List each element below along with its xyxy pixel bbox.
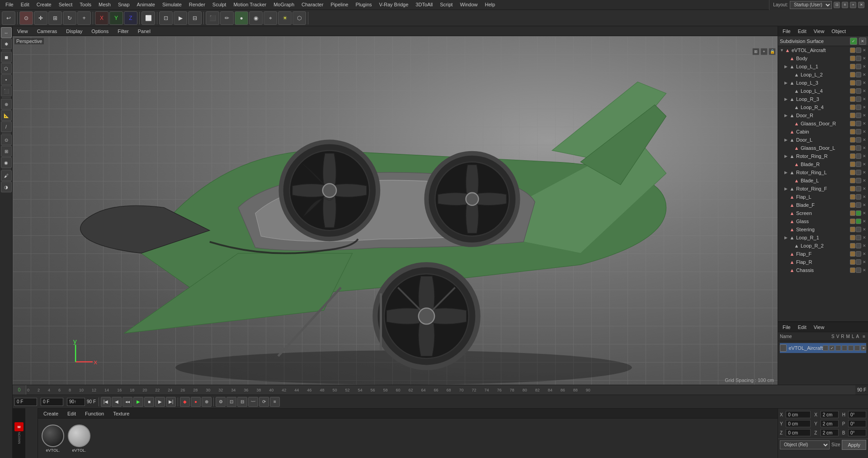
pen-tool-btn[interactable]: ✏	[220, 11, 234, 25]
frame-field-2[interactable]	[41, 398, 63, 406]
tool-snap[interactable]: ⊕	[1, 99, 12, 110]
material-swatch-1[interactable]: eVTOL.	[42, 425, 64, 453]
tree-item-loop-r2[interactable]: ▲ Loop_R_2 ✕	[778, 242, 868, 250]
viewport[interactable]: View Cameras Display Options Filter Pane…	[13, 26, 778, 385]
attr-z-pos[interactable]	[786, 429, 811, 436]
tree-item-blade-r[interactable]: ▲ Blade_R ✕	[778, 160, 868, 168]
attr-y-size[interactable]	[821, 420, 839, 427]
record-btn[interactable]: ●	[191, 397, 201, 407]
frame-rate-field[interactable]	[67, 398, 85, 406]
vp-menu-view[interactable]: View	[14, 28, 31, 35]
timeline[interactable]: 0 0 2 4 6 8 10 12 14 16 18 20 22 24 26 2…	[13, 385, 868, 395]
mat-icon3[interactable]	[835, 345, 841, 351]
vp-menu-options[interactable]: Options	[89, 28, 111, 35]
tree-item-cabin[interactable]: ▲ Cabin ✕	[778, 128, 868, 136]
cube-tool-btn[interactable]: ⬛	[206, 11, 219, 25]
script-btn[interactable]: ⬡	[292, 11, 306, 25]
menu-character[interactable]: Character	[298, 1, 327, 8]
go-start-btn[interactable]: |◀	[101, 397, 111, 407]
menu-window[interactable]: Window	[456, 1, 481, 8]
attr-p-val[interactable]	[848, 420, 866, 427]
menu-vray[interactable]: V-Ray Bridge	[376, 1, 412, 8]
material-swatch-2[interactable]: eVTOL.	[68, 425, 90, 453]
tree-item-loop-l4[interactable]: ▲ Loop_L_4 ✕	[778, 87, 868, 95]
render-region-btn[interactable]: ⊡	[159, 11, 173, 25]
attr-y-pos[interactable]	[786, 420, 811, 427]
menu-select[interactable]: Select	[55, 1, 76, 8]
tree-item-loop-r4[interactable]: ▲ Loop_R_4 ✕	[778, 103, 868, 111]
tab-function[interactable]: Function	[81, 410, 108, 417]
menu-script[interactable]: Script	[436, 1, 456, 8]
material-row-evtol[interactable]: eVTOL_Aircraft ✓ ✕	[780, 343, 866, 353]
tree-item-screen[interactable]: ▲ Screen ✕	[778, 209, 868, 217]
viewport-canvas[interactable]: x y Perspective Grid Spacing : 100 cm ⊞ …	[13, 36, 778, 385]
render-anim-btn[interactable]: ⊡	[226, 397, 236, 407]
rpb-edit-btn[interactable]: Edit	[795, 324, 809, 330]
x-axis-btn[interactable]: X	[95, 11, 108, 25]
tool-polygon[interactable]: ◼	[1, 52, 12, 62]
tree-item-blade-f[interactable]: ▲ Blade_F ✕	[778, 201, 868, 209]
mat-icon7[interactable]: ✕	[861, 345, 866, 351]
apply-button[interactable]: Apply	[842, 440, 866, 450]
tool-material[interactable]: ⊙	[1, 134, 12, 145]
mat-icon4[interactable]	[842, 345, 847, 351]
tree-item-body[interactable]: ▲ Body ✕	[778, 54, 868, 62]
rpb-file-btn[interactable]: File	[780, 324, 793, 330]
menu-motion-tracker[interactable]: Motion Tracker	[230, 1, 270, 8]
camera-btn[interactable]: ⌖	[264, 11, 277, 25]
tree-item-glass[interactable]: ▲ Glass ✕	[778, 217, 868, 225]
menu-mesh[interactable]: Mesh	[95, 1, 114, 8]
transform-tool-btn[interactable]: +	[77, 11, 91, 25]
keyframe-btn[interactable]: ◆	[180, 397, 190, 407]
vp-lock-btn[interactable]: 🔒	[769, 48, 776, 55]
subdiv-check[interactable]: ✓	[850, 38, 857, 45]
render-to-picture-btn[interactable]: ▶	[174, 11, 187, 25]
layout-selector[interactable]: Startup (User)	[790, 1, 832, 9]
play-reverse-btn[interactable]: ◂◂	[123, 397, 132, 407]
attr-x-pos[interactable]	[786, 411, 811, 418]
layout-icon4[interactable]: ✕	[858, 2, 864, 8]
tool-view[interactable]: ◉	[1, 157, 12, 168]
tool-edge[interactable]: ⬡	[1, 63, 12, 74]
mat-icon2[interactable]: ✓	[829, 345, 835, 351]
tool-sculpt[interactable]: ◑	[1, 181, 12, 192]
tool-point[interactable]: •	[1, 74, 12, 85]
light-btn[interactable]: ☀	[278, 11, 292, 25]
play-btn[interactable]: ▶	[133, 397, 143, 407]
layout-icon2[interactable]: ≡	[842, 2, 848, 8]
tree-item-glass-door-l[interactable]: ▲ Glaass_Door_L ✕	[778, 144, 868, 152]
tool-tweak[interactable]: ✱	[1, 38, 12, 49]
tool-move[interactable]: ↔	[1, 27, 12, 38]
object-tree[interactable]: ▼ ▲ eVTOL_Aircraft ✕	[778, 46, 868, 321]
menu-help[interactable]: Help	[481, 1, 499, 8]
tree-item-rotor-ring-f[interactable]: ▶ ▲ Rotor_Ring_F ✕	[778, 185, 868, 193]
menu-create[interactable]: Create	[33, 1, 55, 8]
tab-texture[interactable]: Texture	[109, 410, 133, 417]
menu-sculpt[interactable]: Sculpt	[209, 1, 230, 8]
curves-btn[interactable]: 〰	[248, 397, 258, 407]
attr-z-size[interactable]	[821, 429, 839, 436]
current-frame-field[interactable]	[14, 398, 37, 406]
menu-mograph[interactable]: MoGraph	[270, 1, 298, 8]
next-frame-btn[interactable]: ▶	[155, 397, 165, 407]
tab-create[interactable]: Create	[40, 410, 62, 417]
menu-3dtoall[interactable]: 3DToAll	[412, 1, 436, 8]
tree-item-evtol[interactable]: ▼ ▲ eVTOL_Aircraft ✕	[778, 46, 868, 54]
menu-render[interactable]: Render	[185, 1, 209, 8]
rpb-view-btn[interactable]: View	[811, 324, 827, 330]
rp-view-btn[interactable]: View	[811, 28, 827, 34]
go-end-btn[interactable]: ▶|	[166, 397, 176, 407]
timeline-btn[interactable]: ⊟	[237, 397, 247, 407]
deformer-btn[interactable]: ◉	[249, 11, 263, 25]
menu-animate[interactable]: Animate	[133, 1, 159, 8]
layout-icon3[interactable]: +	[850, 2, 856, 8]
layout-icon1[interactable]: ⊡	[834, 2, 840, 8]
menu-file[interactable]: File	[2, 1, 17, 8]
tool-axis[interactable]: /	[1, 121, 12, 132]
menu-tools[interactable]: Tools	[76, 1, 95, 8]
vp-expand-btn[interactable]: ⊞	[752, 48, 760, 55]
menu-edit[interactable]: Edit	[17, 1, 33, 8]
attr-x-size[interactable]	[821, 411, 839, 418]
vp-menu-panel[interactable]: Panel	[135, 28, 153, 35]
loop-btn[interactable]: ⟳	[259, 397, 269, 407]
